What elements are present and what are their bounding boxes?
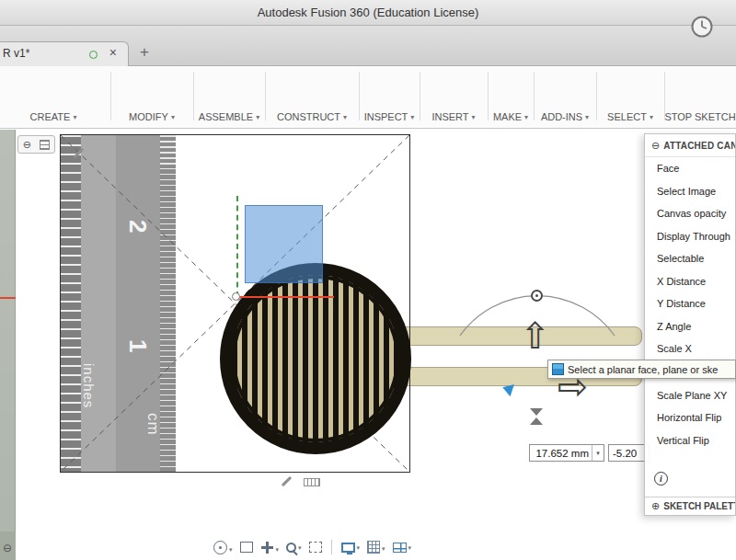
x-distance-value: 17.652 mm (530, 448, 592, 459)
viewports-icon (393, 543, 407, 553)
flip-icon[interactable] (500, 382, 514, 397)
document-tab[interactable]: R v1* × (0, 41, 129, 66)
panel-row-vertical-flip[interactable]: Vertical Flip (645, 429, 735, 452)
pan-icon (260, 541, 274, 554)
document-tab-label: R v1* (3, 42, 29, 65)
pencil-icon (282, 476, 292, 486)
x-distance-input[interactable]: 17.652 mm ▾ (529, 444, 604, 462)
clock-icon[interactable] (690, 15, 714, 39)
chevron-down-icon: ▾ (382, 544, 385, 554)
stop-sketch-label: STOP SKETCH (664, 111, 735, 122)
panel-row-face[interactable]: Face (645, 157, 735, 180)
orbit-icon (213, 541, 227, 554)
zoom-button[interactable]: ▾ (286, 543, 302, 553)
insert-menu[interactable]: INSERT▾ (420, 110, 488, 123)
chevron-down-icon: ▾ (171, 113, 175, 121)
chevron-down-icon: ▾ (472, 113, 476, 121)
browser-panel-edge (0, 130, 16, 560)
panel-row-selectable[interactable]: Selectable (645, 247, 735, 270)
panel-row-canvas-opacity[interactable]: Canvas opacity (645, 202, 735, 225)
panel-row-horizontal-flip[interactable]: Horizontal Flip (645, 406, 735, 429)
close-tab-icon[interactable]: × (109, 45, 117, 60)
make-menu[interactable]: MAKE▾ (488, 110, 534, 123)
tooltip-text: Select a planar face, plane or ske (568, 364, 718, 375)
grid-snaps-button[interactable]: ▾ (367, 541, 385, 554)
create-menu[interactable]: CREATE▾ (7, 110, 99, 123)
sketch-palette-footer[interactable]: ⊕ SKETCH PALETT (645, 497, 735, 515)
attached-canvas-image[interactable]: 2 1 inches cm (60, 134, 410, 473)
dialog-title: ATTACHED CAN (663, 141, 736, 151)
y-axis-dashed-line (236, 196, 238, 297)
panel-row-scale-plane-xy[interactable]: Scale Plane XY (645, 384, 735, 407)
inspect-menu[interactable]: INSPECT▾ (359, 110, 420, 123)
sketch-selection-square[interactable] (245, 205, 323, 283)
grid-icon (367, 541, 380, 554)
info-icon[interactable] (654, 472, 668, 486)
panel-row-x-distance[interactable]: X Distance (645, 270, 735, 293)
create-menu-label: CREATE (30, 111, 71, 122)
chevron-down-icon: ▾ (410, 113, 414, 121)
rotate-handle[interactable] (531, 290, 543, 302)
chevron-down-icon: ▾ (650, 113, 653, 121)
window-title: Autodesk Fusion 360 (Education License) (0, 0, 736, 25)
panel-row-display-through[interactable]: Display Through (645, 225, 735, 248)
move-y-arrow-icon[interactable]: ⇧ (520, 317, 551, 354)
assemble-menu[interactable]: ASSEMBLE▾ (193, 110, 265, 123)
chevron-down-icon: ▾ (73, 113, 76, 121)
collapse-panel-icon[interactable]: ⊖ (651, 140, 660, 152)
ribbon-toolbar: Σ CREATE▾ MODIFY▾ ASSEMBLE▾ CONSTRUCT▾ I… (0, 66, 736, 129)
modify-menu[interactable]: MODIFY▾ (110, 110, 193, 123)
modify-menu-label: MODIFY (129, 111, 168, 122)
browser-header: ⊖ (17, 135, 55, 154)
collapse-browser-icon[interactable]: ⊖ (23, 140, 31, 150)
navigation-bar: ▾ ▾ ▾ ▾ ▾ ▾ (213, 537, 411, 557)
collapse-corner-icon[interactable]: ⊖ (3, 542, 12, 554)
fit-icon (309, 542, 322, 553)
window-titlebar: Autodesk Fusion 360 (Education License) (0, 0, 736, 26)
display-settings-button[interactable]: ▾ (341, 543, 361, 553)
addins-menu-label: ADD-INS (541, 111, 582, 122)
display-settings-icon (341, 543, 355, 553)
unsaved-indicator-icon (89, 51, 98, 59)
panel-row-select-image[interactable]: Select Image (645, 180, 735, 203)
select-menu[interactable]: SELECT▾ (596, 110, 664, 123)
ruler-icon (304, 478, 320, 486)
x-axis-line (0, 297, 16, 299)
orbit-button[interactable]: ▾ (213, 541, 233, 554)
look-at-button[interactable] (240, 542, 253, 553)
stop-sketch-button[interactable]: STOP SKETCH (664, 110, 736, 123)
chevron-down-icon: ▾ (298, 543, 302, 553)
chevron-down-icon: ▾ (229, 545, 233, 554)
panel-row-scale-x[interactable]: Scale X (645, 337, 735, 360)
assemble-menu-label: ASSEMBLE (199, 111, 253, 122)
construct-menu[interactable]: CONSTRUCT▾ (265, 110, 359, 123)
panel-row-z-angle[interactable]: Z Angle (645, 315, 735, 338)
addins-menu[interactable]: ADD-INS▾ (534, 110, 596, 123)
select-menu-label: SELECT (607, 111, 647, 122)
chevron-down-icon: ▾ (343, 113, 347, 121)
chevron-down-icon: ▾ (256, 113, 259, 121)
fusion360-window: Autodesk Fusion 360 (Education License) … (0, 0, 736, 560)
scale-handle-icon[interactable] (530, 408, 543, 425)
chevron-down-icon[interactable]: ▾ (592, 445, 604, 461)
viewports-button[interactable]: ▾ (393, 543, 412, 553)
zoom-icon (286, 543, 296, 553)
tab-bar: R v1* × + (0, 26, 736, 66)
chevron-down-icon: ▾ (357, 543, 361, 553)
inspect-menu-label: INSPECT (364, 111, 408, 122)
navbar-separator (331, 540, 332, 554)
panel-row-y-distance[interactable]: Y Distance (645, 292, 735, 315)
fit-button[interactable] (309, 542, 322, 553)
sketch-palette-label: SKETCH PALETT (663, 501, 736, 511)
dialog-header[interactable]: ⊖ ATTACHED CAN (645, 134, 735, 157)
look-at-icon (240, 542, 253, 553)
browser-grid-icon[interactable] (40, 140, 50, 150)
new-tab-button[interactable]: + (140, 43, 149, 62)
face-cube-icon (552, 363, 564, 375)
make-menu-label: MAKE (493, 111, 522, 122)
sketch-origin-point[interactable] (232, 292, 240, 301)
pan-button[interactable]: ▾ (260, 541, 280, 554)
expand-panel-icon[interactable]: ⊕ (651, 500, 660, 512)
chevron-down-icon: ▾ (408, 543, 412, 553)
insert-menu-label: INSERT (431, 111, 468, 122)
